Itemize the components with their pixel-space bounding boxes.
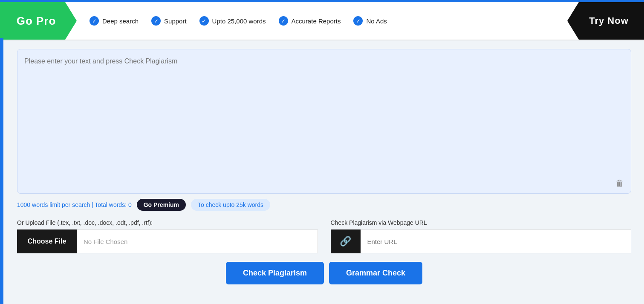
url-icon-box: 🔗: [331, 229, 361, 253]
feature-label-support: Support: [164, 17, 187, 25]
try-now-button[interactable]: Try Now: [589, 15, 629, 26]
check-icon-reports: ✓: [279, 16, 288, 26]
upload-section: Or Upload File (.tex, .txt, .doc, .docx,…: [17, 219, 318, 253]
features-list: ✓ Deep search ✓ Support ✓ Upto 25,000 wo…: [77, 2, 567, 40]
plagiarism-text-input[interactable]: [24, 56, 624, 184]
url-label: Check Plagiarism via Webpage URL: [331, 219, 632, 226]
feature-label-reports: Accurate Reports: [292, 17, 341, 25]
upload-input-row: Choose File No File Chosen: [17, 229, 318, 253]
feature-reports: ✓ Accurate Reports: [279, 16, 341, 26]
url-input-field[interactable]: [361, 229, 632, 253]
grammar-check-button[interactable]: Grammar Check: [329, 262, 422, 284]
feature-label-no-ads: No Ads: [366, 17, 387, 25]
check-plagiarism-button[interactable]: Check Plagiarism: [226, 262, 324, 284]
word-count-row: 1000 words limit per search | Total word…: [17, 199, 631, 211]
check-icon-support: ✓: [151, 16, 161, 26]
url-section: Check Plagiarism via Webpage URL 🔗: [331, 219, 632, 253]
choose-file-button[interactable]: Choose File: [17, 229, 77, 253]
try-now-section[interactable]: Try Now: [567, 2, 644, 40]
feature-words: ✓ Upto 25,000 words: [199, 16, 266, 26]
check-25k-text: To check upto 25k words: [191, 199, 270, 211]
file-name-display: No File Chosen: [77, 229, 318, 253]
no-file-label: No File Chosen: [84, 238, 127, 245]
url-input-row: 🔗: [331, 229, 632, 253]
feature-support: ✓ Support: [151, 16, 187, 26]
feature-label-words: Upto 25,000 words: [212, 17, 266, 25]
trash-icon[interactable]: 🗑: [615, 178, 624, 188]
feature-deep-search: ✓ Deep search: [90, 16, 139, 26]
go-pro-label: Go Pro: [17, 14, 56, 28]
word-count-text: 1000 words limit per search | Total word…: [17, 201, 132, 208]
main-content: 🗑 1000 words limit per search | Total wo…: [0, 40, 644, 293]
left-accent-bar: [0, 38, 3, 304]
action-buttons-row: Check Plagiarism Grammar Check: [17, 262, 631, 284]
text-area-wrapper: 🗑: [17, 49, 631, 194]
go-pro-badge[interactable]: Go Pro: [0, 2, 77, 40]
upload-label: Or Upload File (.tex, .txt, .doc, .docx,…: [17, 219, 318, 226]
feature-label-deep-search: Deep search: [102, 17, 139, 25]
go-premium-button[interactable]: Go Premium: [137, 199, 186, 211]
feature-no-ads: ✓ No Ads: [353, 16, 387, 26]
upload-url-row: Or Upload File (.tex, .txt, .doc, .docx,…: [17, 219, 631, 253]
top-banner: Go Pro ✓ Deep search ✓ Support ✓ Upto 25…: [0, 2, 644, 40]
check-icon-no-ads: ✓: [353, 16, 363, 26]
check-icon-deep-search: ✓: [90, 16, 99, 26]
link-icon: 🔗: [340, 236, 351, 247]
check-icon-words: ✓: [199, 16, 209, 26]
